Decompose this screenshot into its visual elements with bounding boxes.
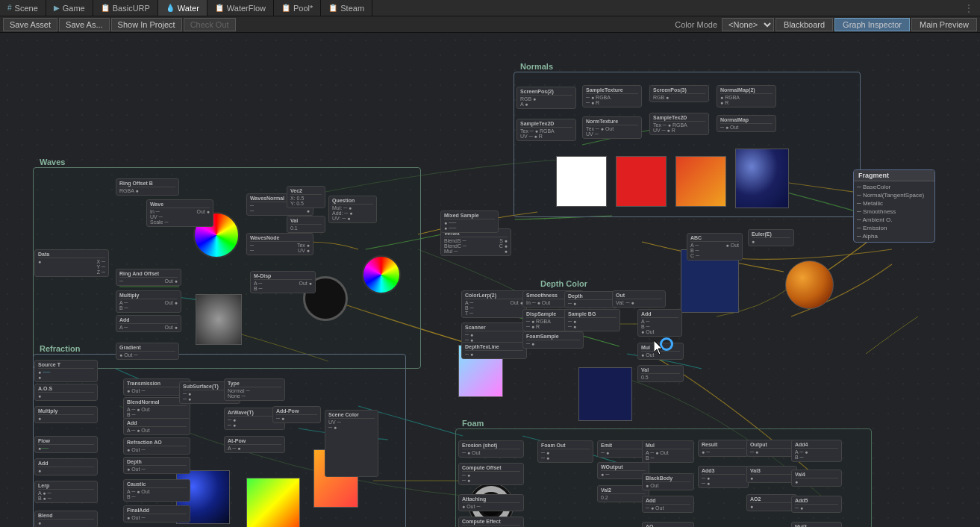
node-r5[interactable]: AO2 ● — [746, 494, 797, 511]
node-abc[interactable]: ABC A ─● Out B ─ C ─ — [687, 233, 743, 261]
node-type[interactable]: Type Normal ─ None ─ — [224, 378, 285, 401]
node-ring-2[interactable]: Ring Offset B RGBA ● — [116, 178, 179, 196]
node-normtex[interactable]: NormTexture Tex ─ ● Out UV ─ — [582, 116, 642, 139]
tab-waterflow[interactable]: 📋 WaterFlow — [207, 0, 274, 16]
node-normal-map[interactable]: NormalMap(2) ● RGBA ● R — [717, 85, 776, 107]
graph-area[interactable]: Waves Refraction Normals Depth Color Ver… — [0, 33, 980, 527]
game-icon: ▶ — [54, 4, 60, 12]
water-icon: 💧 — [166, 4, 175, 12]
node-depth-tex[interactable]: DepthTexLine ─ ● — [461, 342, 527, 359]
node-finaladd[interactable]: FinalAdd ● Out ─ — [123, 505, 190, 523]
node-sampleuv[interactable]: SampleTex2D Tex ─ ● RGBA UV ─ ● R — [649, 113, 709, 135]
node-r3[interactable]: Add3 ─ ● ─ ● — [698, 466, 749, 488]
preview-red — [616, 156, 667, 207]
blue-indicator — [660, 337, 673, 351]
node-addpow[interactable]: Add-Pow ─ ● — [272, 406, 321, 423]
waterflow-icon: 📋 — [215, 4, 224, 12]
tab-bar: # Scene ▶ Game 📋 BasicURP 💧 Water 📋 Wate… — [0, 0, 980, 16]
node-caustic[interactable]: Caustic A ─ ● Out B ─ — [123, 479, 190, 502]
scene-icon: # — [7, 4, 12, 12]
save-asset-button[interactable]: Save Asset — [3, 18, 57, 31]
node-gradient[interactable]: Gradient ● Out ─ — [116, 343, 179, 360]
node-lerp[interactable]: Lerp A ● ─ B ● ─ — [34, 481, 98, 503]
node-mdisp[interactable]: M-Disp A ─Out ● B ─ — [250, 271, 316, 293]
node-vector[interactable]: Vec2 X: 0.5 Y: 0.5 — [287, 186, 325, 208]
main-preview-button[interactable]: Main Preview — [911, 18, 977, 31]
node-add-depth[interactable]: Add A ─ B ─ ● Out — [637, 309, 682, 337]
node-compute-effect[interactable]: Compute Effect ─ ● — [458, 517, 524, 527]
waves-title: Waves — [40, 158, 65, 166]
blackboard-button[interactable]: Blackboard — [775, 18, 833, 31]
node-question[interactable]: Question Mul: ─ ● Add: ─ ● UV: ─ ● — [328, 196, 377, 223]
normals-title: Normals — [520, 62, 553, 71]
node-blend[interactable]: Blend ● — [34, 511, 98, 527]
fragment-node[interactable]: Fragment ─ BaseColor ─ Normal(TangentSpa… — [853, 169, 935, 243]
node-aos[interactable]: A.O.S ● — [34, 384, 98, 401]
node-screenpos4[interactable]: ScreenPos(3) RGB ● — [649, 85, 709, 102]
tab-game[interactable]: ▶ Game — [46, 0, 93, 16]
node-compute-offset[interactable]: Compute Offset ─ ● ─ ● — [458, 463, 524, 485]
node-euler[interactable]: Euler(E) ● — [748, 229, 794, 246]
preview-dark-blue2 — [578, 367, 632, 421]
node-out1[interactable]: Out Val: ─ ● — [612, 290, 666, 308]
tab-steam[interactable]: 📋 Steam — [321, 0, 372, 16]
node-r4[interactable]: Val3 ● — [746, 466, 797, 483]
node-add-refract[interactable]: Add A ─ ● Out — [123, 418, 190, 435]
node-r1[interactable]: Result ● ─ — [698, 440, 749, 457]
show-in-project-button[interactable]: Show In Project — [111, 18, 182, 31]
tab-water[interactable]: 💧 Water — [158, 0, 207, 16]
node-data[interactable]: Data ●X ─ Y ─ Z ─ — [34, 249, 109, 277]
node-screenpos2[interactable]: ScreenPos(2) RGB ● A ● — [516, 87, 576, 109]
tab-pool[interactable]: 📋 Pool* — [274, 0, 321, 16]
node-depth-lerp[interactable]: ColorLerp(2) A ─Out ● B ─ T ─ — [461, 290, 527, 318]
node-add-1[interactable]: Add A ─Out ● — [116, 315, 181, 332]
node-r6[interactable]: Add4 A ─ ● B ─ — [791, 440, 842, 462]
window-menu-icon[interactable]: ⋮ — [964, 2, 980, 14]
node-erosion[interactable]: Erosion (shot) ─ ● Out — [458, 440, 524, 458]
node-ao5[interactable]: AO ● ─ — [642, 522, 694, 527]
node-r7[interactable]: Val4 ● — [791, 470, 842, 487]
node-sampler[interactable]: SampleTexture ─ ● RGBA ─ ● R — [582, 85, 642, 107]
node-r8[interactable]: Add5 ─ ● — [791, 496, 842, 513]
color-mode-select[interactable]: <None> — [722, 18, 774, 31]
tab-basicurp[interactable]: 📋 BasicURP — [93, 0, 158, 16]
node-blackbody[interactable]: BlackBody ● Out — [642, 473, 694, 490]
node-val[interactable]: Val 0.1 — [287, 216, 325, 233]
foam-title: Foam — [462, 419, 484, 428]
preview-color-wheel-2 — [362, 255, 401, 294]
node-atpow[interactable]: At-Pow A ─ ● — [224, 436, 285, 453]
graph-inspector-button[interactable]: Graph Inspector — [834, 18, 910, 31]
depth-color-title: Depth Color — [540, 279, 587, 288]
node-ao2[interactable]: Multiply ● — [34, 406, 98, 423]
node-ao3[interactable]: Add ● — [34, 458, 98, 475]
preview-white — [556, 156, 607, 207]
node-r2[interactable]: Output ─ ● — [746, 440, 797, 457]
node-r9[interactable]: Mul3 ─ ● — [791, 522, 842, 527]
node-foam-out[interactable]: Foam Out ─ ● ─ ● — [537, 440, 593, 463]
node-val-depth[interactable]: Val 0.5 — [637, 365, 684, 382]
node-mul2[interactable]: Mul A ─ ● Out B ─ — [642, 440, 694, 463]
steam-icon: 📋 — [328, 4, 337, 12]
save-as-button[interactable]: Save As... — [59, 18, 110, 31]
node-depth-r[interactable]: Depth ● Out ─ — [123, 457, 190, 474]
node-smooth2[interactable]: Sample BG ─ ● ─ ● — [564, 309, 620, 331]
node-multiply-1[interactable]: Multiply A ─Out ● B ─ — [116, 290, 181, 313]
node-flow[interactable]: Flow ●── — [34, 436, 98, 453]
node-wave[interactable]: Wave In ─Out ● UV ─ Scale ─ — [146, 199, 213, 227]
node-add2[interactable]: Add ─ ● Out — [642, 496, 694, 513]
node-foam-sample[interactable]: FoamSample ─ ● — [522, 331, 584, 349]
node-attaching[interactable]: Attaching ● Out ─ — [458, 494, 524, 511]
check-out-button[interactable]: Check Out — [184, 18, 236, 31]
node-scene-color[interactable]: Scene Color UV ─ ─ ● — [325, 410, 378, 477]
node-ring-offset[interactable]: Ring And Offset ─Out ● — [116, 269, 181, 286]
color-mode-label: Color Mode — [675, 20, 717, 29]
node-waves-node2[interactable]: WavesNode ─Tex ● ─UV ● — [246, 233, 313, 255]
node-depth-lerp2[interactable]: Depth ─ ● — [564, 291, 618, 308]
tab-scene[interactable]: # Scene — [0, 0, 46, 16]
node-mixed-sample[interactable]: Mixed Sample ● ── ● ── — [440, 211, 499, 233]
node-ao4[interactable]: Refraction AO ● Out ─ — [123, 437, 190, 455]
node-source[interactable]: Source T ● ── ● — [34, 360, 98, 382]
node-screenpos3[interactable]: SampleTex2D Tex ─ ● RGBA UV ─ ● R — [516, 119, 576, 141]
node-normal-map2[interactable]: NormalMap ─ ● Out — [717, 115, 776, 132]
preview-blue-texture — [735, 149, 789, 208]
